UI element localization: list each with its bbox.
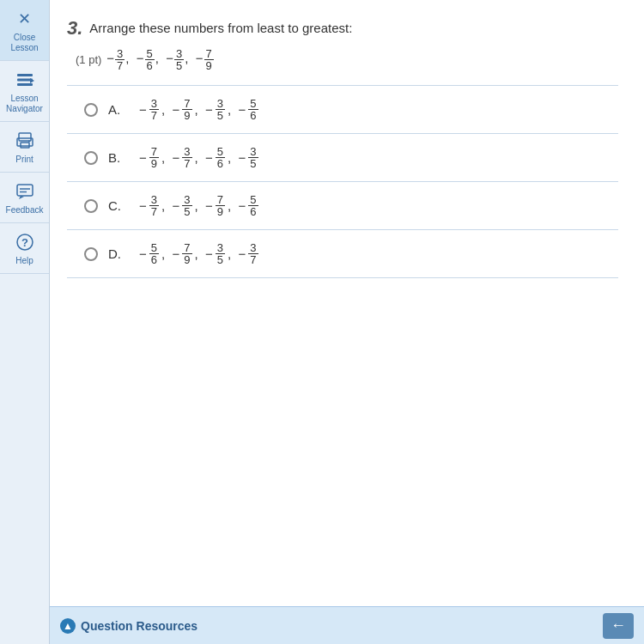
frac-3-5: 35 [174,48,184,71]
choice-label-a: A. [108,102,125,117]
print-icon [13,129,37,153]
feedback-icon [13,179,37,204]
choice-row-c[interactable]: C. −37, −35, −79, −56 [67,182,618,230]
choice-math-b: −79, −37, −56, −35 [139,146,259,169]
radio-c[interactable] [84,199,98,213]
choice-math-c: −37, −35, −79, −56 [139,194,259,217]
close-icon: ✕ [13,7,37,31]
up-arrow-icon: ▲ [60,618,76,634]
question-body: (1 pt) −37, −56, −35, −79 [67,48,618,71]
choice-label-d: D. [108,246,125,261]
frac-5-6: 56 [145,48,155,71]
choice-row-a[interactable]: A. −37, −79, −35, −56 [67,85,618,134]
sidebar-item-label: LessonNavigator [6,94,43,114]
choice-math-a: −37, −79, −35, −56 [139,98,259,121]
navigator-icon [13,68,37,92]
choice-math-d: −56, −79, −35, −37 [139,242,259,265]
sidebar-item-lesson-navigator[interactable]: LessonNavigator [0,61,49,122]
question-points: (1 pt) [76,53,101,66]
svg-rect-2 [17,83,33,86]
sidebar-item-feedback[interactable]: Feedback [0,173,49,223]
choice-label-c: C. [108,198,125,213]
sidebar-item-label: Close Lesson [3,33,46,53]
frac-3-7: 37 [115,48,125,71]
svg-text:?: ? [21,236,28,249]
sidebar-item-label: Help [15,256,33,266]
sidebar-item-print[interactable]: Print [0,122,49,173]
sidebar-item-label: Feedback [6,205,44,216]
question-expression: −37, −56, −35, −79 [106,48,215,71]
sidebar: ✕ Close Lesson LessonNavigator Print Fee… [0,0,50,644]
choice-row-b[interactable]: B. −79, −37, −56, −35 [67,134,618,182]
question-instruction: Arrange these numbers from least to grea… [89,21,352,35]
radio-a[interactable] [84,103,98,117]
svg-point-7 [28,141,30,143]
question-header: 3. Arrange these numbers from least to g… [67,17,618,39]
sidebar-item-help[interactable]: ? Help [0,223,49,274]
resources-label: Question Resources [81,619,197,633]
svg-rect-4 [19,133,31,141]
frac-7-9: 79 [204,48,214,71]
question-resources-button[interactable]: ▲ Question Resources [60,618,197,634]
svg-rect-0 [17,74,33,76]
bottom-bar: ▲ Question Resources ← [50,606,644,644]
radio-d[interactable] [84,247,98,261]
choice-label-b: B. [108,150,125,165]
question-number: 3. [67,17,82,39]
help-icon: ? [13,230,37,254]
question-area: 3. Arrange these numbers from least to g… [50,0,644,606]
answer-choices: A. −37, −79, −35, −56 B. −79, −37, −56, … [67,85,618,278]
svg-rect-8 [17,185,33,196]
sidebar-item-label: Print [15,155,33,165]
back-button[interactable]: ← [603,613,634,639]
sidebar-item-close-lesson[interactable]: ✕ Close Lesson [0,0,49,61]
choice-row-d[interactable]: D. −56, −79, −35, −37 [67,230,618,278]
back-icon: ← [611,617,626,635]
svg-rect-6 [21,143,29,148]
main-content: 3. Arrange these numbers from least to g… [50,0,644,644]
radio-b[interactable] [84,151,98,165]
